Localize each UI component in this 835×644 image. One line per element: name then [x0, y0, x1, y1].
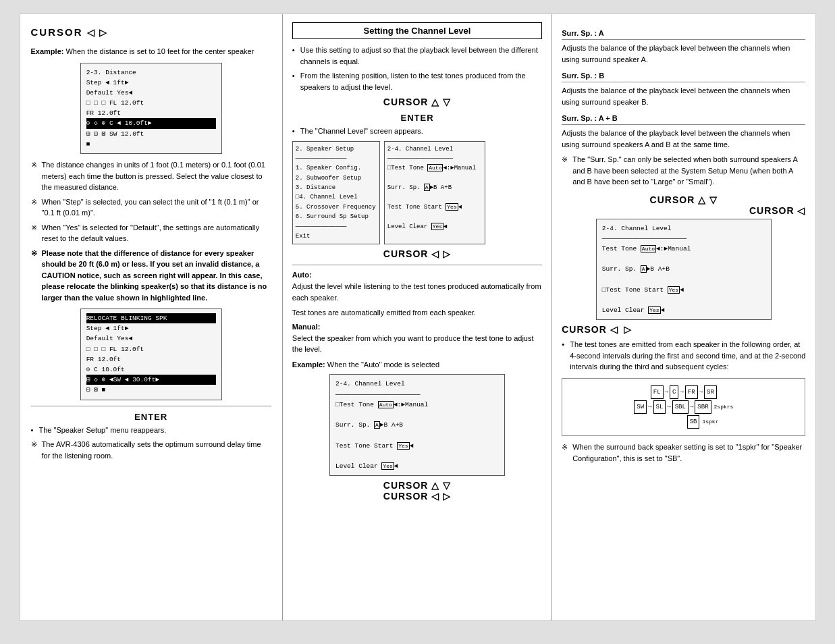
cursor-heading-left: CURSOR ◁ ▷	[31, 26, 271, 38]
sa-div: ──────────────────────	[335, 390, 499, 400]
cursor-ud-label: CURSOR △ ▽	[383, 97, 451, 107]
spk-sl: SL	[653, 400, 666, 414]
spk-row1: FL → C → FR → SR	[568, 385, 799, 399]
note2-left: When "Step" is selected, you can select …	[31, 196, 271, 219]
sl-line5: □4. Channel Level	[296, 192, 377, 202]
spk-arr4: →	[648, 402, 651, 412]
s3-line5	[602, 274, 765, 284]
surr-a-text: Adjusts the balance of the playback leve…	[562, 43, 805, 65]
screen2-line5: FR 12.0ft	[86, 354, 216, 365]
sa-line7	[335, 451, 499, 461]
screen-right-mid: 2-4. Channel Level ────────────────── □T…	[384, 141, 485, 245]
cursor-lr4-right-label: ▷	[624, 324, 632, 335]
s3-line4: Surr. Sp. A►B A+B	[602, 264, 765, 274]
screen2: RELOCATE BLINKING SPK Step ◄ 1ft► Defaul…	[80, 308, 222, 400]
spkr-note-right: When the surround back speaker setting i…	[562, 441, 805, 464]
example-label-left: Example:	[31, 47, 64, 55]
surr-ab-text: Adjusts the balance of the playback leve…	[562, 128, 805, 150]
sr-line1: 2-4. Channel Level	[387, 144, 482, 154]
spk-sbr: SBR	[695, 400, 711, 414]
s3-line6: □Test Tone Start Yes◄	[602, 285, 765, 295]
screen2-line4: □ □ □ FL 12.0ft	[86, 344, 216, 354]
note1-left: The distance changes in units of 1 foot …	[31, 159, 271, 193]
note4-left: Please note that the difference of dista…	[31, 248, 271, 304]
cursor-ud2-label: CURSOR △ ▽	[292, 480, 542, 491]
page: CURSOR ◁ ▷ Example: When the distance is…	[20, 14, 816, 621]
spk-row3: SW → SL → SB 1spkr	[568, 415, 799, 429]
auto-text1: Adjust the level while listening to the …	[292, 281, 542, 303]
speaker-diagram: FL → C → FR → SR SW → SL → SBL → SBR 2sp…	[562, 378, 805, 437]
cursor-ud3-right: CURSOR △ ▽ CURSOR ◁	[562, 194, 805, 216]
sa-line8: Level Clear Yes◄	[335, 461, 499, 471]
surr-note: The "Surr. Sp." can only be selected whe…	[562, 154, 805, 188]
cursor-lr2-label: CURSOR ◁ ▷	[292, 491, 542, 502]
spk-c: C	[670, 385, 678, 399]
left-column: CURSOR ◁ ▷ Example: When the distance is…	[20, 14, 283, 620]
surr-b-title: Surr. Sp. : B	[562, 72, 805, 82]
auto-text2: Test tones are automatically emitted fro…	[292, 307, 542, 319]
spk-sr: SR	[704, 385, 717, 399]
spk-arr3: →	[699, 387, 703, 398]
bullet1-mid: Use this setting to adjust so that the p…	[292, 45, 542, 67]
screen2-line6: ⊙ C 10.0ft	[86, 365, 216, 375]
surr-ab-title: Surr. Sp. : A + B	[562, 114, 805, 125]
enter-text-mid: The "Channel Level" screen appears.	[292, 126, 542, 137]
sa-line6: Test Tone Start Yes◄	[335, 441, 499, 451]
spk-arr2: →	[680, 387, 683, 398]
spk-arr6: →	[690, 402, 693, 412]
right-column: Surr. Sp. : A Adjusts the balance of the…	[552, 14, 815, 620]
surr-b-text: Adjusts the balance of the playback leve…	[562, 85, 805, 107]
example-desc-left: When the distance is set to 10 feet for …	[65, 47, 254, 55]
sl-line7: 6. Surround Sp Setup	[296, 212, 377, 221]
sr-line3	[387, 173, 482, 183]
spk-fr: FR	[685, 385, 698, 399]
sa-line3	[335, 410, 499, 420]
s3-line8: Level Clear Yes◄	[602, 305, 765, 315]
sr-div: ──────────────────	[387, 154, 482, 163]
cursor-ud-mid: CURSOR △ ▽	[292, 97, 542, 107]
cursor-lr-mid: CURSOR ◁ ▷	[292, 248, 542, 259]
screen2-line2: Step ◄ 1ft►	[86, 323, 216, 333]
spk-arr1: →	[665, 387, 668, 398]
cursor-ud3-label: CURSOR △ ▽	[562, 194, 805, 205]
manual-heading: Manual:	[292, 323, 542, 331]
s3-line7	[602, 295, 765, 305]
cursor-lr4-right: CURSOR ◁ ▷	[562, 324, 805, 335]
screen2-line8: ⊟ ⊠ ■	[86, 385, 216, 395]
sl-div: ──────────────	[296, 154, 377, 163]
surr-a-title: Surr. Sp. : A	[562, 29, 805, 40]
screen1-line1: 2-3. Distance	[86, 68, 216, 78]
note3-left: When "Yes" is selected for "Default", th…	[31, 222, 271, 244]
cursor-text-right: The test tones are emitted from each spe…	[562, 339, 805, 373]
screen3: 2-4. Channel Level ─────────────────────…	[596, 219, 772, 321]
screen1-line8: ■	[86, 139, 216, 149]
cursor-label-left: CURSOR	[31, 26, 83, 38]
cursor-lr3-label: CURSOR ◁	[562, 205, 805, 216]
screen2-line7: ⊞ ◇ ⊕ ◄SW ◄ 30.0ft►	[86, 375, 216, 385]
s3-line1: 2-4. Channel Level	[602, 223, 765, 234]
two-col-screen: 2. Speaker Setup ────────────── 1. Speak…	[292, 141, 542, 245]
mid-column: Setting the Channel Level Use this setti…	[283, 14, 552, 620]
sr-line7	[387, 212, 482, 221]
manual-text: Select the speaker from which you want t…	[292, 333, 542, 355]
screen1-line4: □ □ □ FL 12.0ft	[86, 98, 216, 108]
screen-left-mid: 2. Speaker Setup ────────────── 1. Speak…	[292, 141, 380, 245]
screen2-line1: RELOCATE BLINKING SPK	[86, 313, 216, 323]
cursor-tri-left-left: ◁	[87, 27, 95, 38]
screen-auto: 2-4. Channel Level ─────────────────────…	[329, 374, 505, 476]
example-desc-mid: When the "Auto" mode is selected	[327, 360, 439, 369]
screen1-line3: Default Yes◄	[86, 88, 216, 98]
sl-line8: Exit	[296, 232, 377, 241]
s3-line2: Test Tone Auto◄:►Manual	[602, 244, 765, 254]
sl-line2: 1. Speaker Config.	[296, 163, 377, 173]
sl-div2: ──────────────	[296, 222, 377, 232]
s3-div: ──────────────────────	[602, 234, 765, 244]
sr-line5	[387, 192, 482, 202]
sa-line2: □Test Tone Auto◄:►Manual	[335, 400, 499, 410]
sr-line2: □Test Tone Auto◄:►Manual	[387, 163, 482, 173]
sl-line1: 2. Speaker Setup	[296, 144, 377, 154]
enter-heading-mid: ENTER	[292, 113, 542, 123]
enter-heading-left: ENTER	[31, 412, 271, 422]
cursor-lr4-left-label: CURSOR ◁	[562, 324, 618, 335]
spk-2spkrs: 2spkrs	[714, 402, 734, 412]
